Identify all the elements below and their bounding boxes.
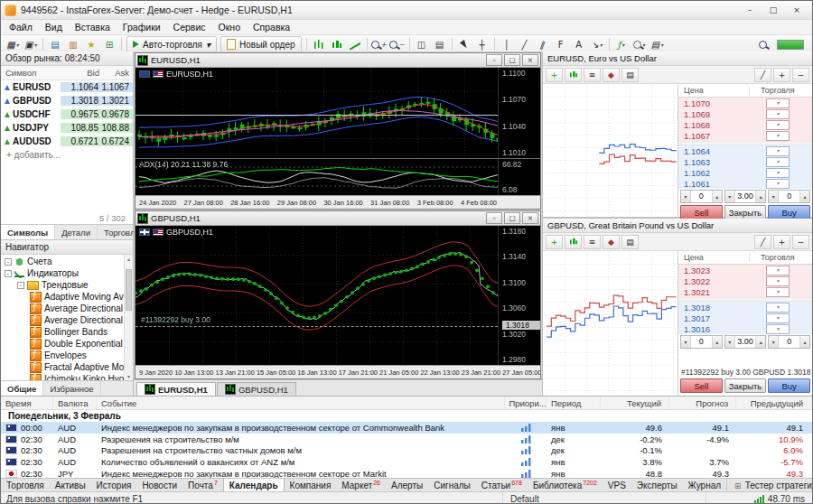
eurusd-time-axis[interactable]: 24 Jan 202027 Jan 08:0028 Jan 16:0029 Ja… [136,195,540,209]
new-order-icon[interactable]: + [546,235,563,249]
toolbox-tab[interactable]: История [91,479,137,492]
eurusd-adx-pane[interactable]: ADX(14) 20.21 11.38 9.76 66.826.08 [136,159,540,195]
status-profile[interactable]: Default [502,492,706,504]
menu-item[interactable]: Графики [117,22,167,33]
toolbox-tab[interactable]: VPS [603,479,631,492]
gbpusd-window-titlebar[interactable]: GBPUSD,H1 – □ × [136,211,540,226]
toolbox-tab[interactable]: Журнал [683,479,727,492]
column-currency[interactable]: Валюта [53,397,97,409]
chart-mode-icon[interactable] [565,235,582,249]
trade-dropdown[interactable]: ▾ [743,324,812,334]
volume-stepper[interactable]: ▾ 3.00 ▴ [724,335,767,349]
fibonacci-tool-icon[interactable]: F [552,37,570,51]
column-previous[interactable]: Предыдущий [736,397,812,409]
trade-dropdown[interactable]: ▾ [743,168,812,178]
column-priority[interactable]: Приори... [505,397,547,409]
crosshair-tool-icon[interactable]: ┼ [473,37,491,51]
new-order-button[interactable]: Новый ордер [220,36,302,52]
navigator-tree-item[interactable]: - Fractal Adaptive Mo [1,361,133,373]
trade-dropdown[interactable]: ▾ [743,120,812,130]
close-chart-button[interactable]: × [522,54,538,66]
ask-price-row[interactable]: 1.1068 ▾ [678,119,812,130]
market-watch-tab[interactable]: Детали [55,225,98,239]
navigator-scrollbar[interactable]: ▴ ▾ [124,255,133,380]
navigator-tree-item[interactable]: - Double Exponential [1,338,133,350]
stepper-down-icon[interactable]: ▾ [725,191,735,202]
navigator-header[interactable]: Навигатор [1,240,133,255]
calendar-row[interactable]: 02:30 AUD Разрешения на строительство м/… [1,434,812,445]
toolbox-tab[interactable]: Библиотека 7202 [528,479,603,492]
column-period[interactable]: Период [547,397,601,409]
navigator-toggle-icon[interactable]: ★ [82,37,100,51]
calendar-row[interactable]: 02:30 AUD Разрешения на строительство ча… [1,445,812,457]
position-line[interactable] [136,326,502,327]
new-chart-button[interactable]: ▦▾ [4,37,22,51]
gbpusd-price-scale[interactable]: 1.31801.31401.31001.30601.30201.2980 [498,226,540,365]
toolbox-toggle-icon[interactable]: ⊞ [100,37,118,51]
maximize-button[interactable]: □ [762,4,785,17]
navigator-tab[interactable]: Избранное [43,381,100,396]
column-ask[interactable]: Ask [99,68,133,78]
stepper-up-icon[interactable]: ▴ [712,336,722,348]
toolbox-tab[interactable]: Календарь [223,479,285,492]
market-watch-column-header[interactable]: Символ Bid Ask [1,66,133,80]
navigator-tree-item[interactable]: - Счета [1,256,133,267]
bid-price-row[interactable]: 1.3016 ▾ [678,323,812,334]
ask-price-row[interactable]: 1.1069 ▾ [678,108,812,119]
gbpusd-time-axis[interactable]: 9 Jan 202010 Jan 13:0013 Jan 21:0015 Jan… [136,365,540,378]
panel-zoom-out-icon[interactable]: − [792,68,809,82]
market-watch-row[interactable]: GBPUSD 1.3018 1.3021 [1,94,133,107]
toolbox-tab[interactable]: Сигналы [428,479,476,492]
chart-tab[interactable]: EURUSD,H1 [136,382,216,396]
bar-chart-mode-icon[interactable] [310,37,328,51]
close-position-button[interactable]: Закрыть [724,205,767,219]
trade-dropdown[interactable]: ▾ [743,313,812,323]
column-actual[interactable]: Текущий [601,397,669,409]
ask-price-row[interactable]: 1.3023 ▾ [678,265,812,275]
navigator-tree-item[interactable]: - Envelopes [1,350,133,361]
close-button[interactable]: × [785,4,808,17]
menu-item[interactable]: Файл [3,22,39,33]
navigator-tree-item[interactable]: - Average Directional [1,314,133,326]
trade-dropdown[interactable]: ▾ [743,287,812,297]
line-mode-icon[interactable]: ╱ [754,68,771,82]
new-order-icon[interactable]: + [546,68,563,82]
trade-dropdown[interactable]: ▾ [743,276,812,286]
buy-button[interactable]: Buy [768,205,810,219]
toolbox-tab[interactable]: Алерты [386,479,428,492]
autotrade-button[interactable]: Авто-торговля ▾ [126,36,217,52]
close-position-button[interactable]: Закрыть [724,378,767,393]
volume-stepper[interactable]: ▾ 0 ▴ [768,190,810,203]
depth-of-market-icon[interactable]: ≡ [584,68,601,82]
trendline-tool-icon[interactable]: ╱ [516,37,534,51]
navigator-tab[interactable]: Общие [1,381,43,396]
strategy-tester-tab[interactable]: ⊞ Тестер стратегий [726,479,812,492]
eurusd-main-pane[interactable]: EURUSD,H1 1.11001.10701.10401.1010 [136,68,540,159]
vertical-line-tool-icon[interactable]: │ [498,37,516,51]
ask-price-row[interactable]: 1.1070 ▾ [678,98,812,108]
chart-tab[interactable]: GBPUSD,H1 [217,382,296,396]
volume-stepper[interactable]: ▾ 3.00 ▴ [724,190,767,203]
zoom-in-icon[interactable]: + [370,37,388,51]
trade-dropdown[interactable]: ▾ [743,146,812,156]
depth-of-market-icon[interactable]: ≡ [584,235,601,249]
timeframes-menu-icon[interactable]: ▾ [631,37,649,51]
column-forecast[interactable]: Прогноз [669,397,736,409]
minimize-button[interactable]: – [738,4,762,17]
alert-icon[interactable]: ◆ [603,68,620,82]
gbpusd-depth-header[interactable]: GBPUSD, Great Britain Pound vs US Dollar [543,219,812,233]
bid-price-row[interactable]: 1.3018 ▾ [678,302,812,313]
eurusd-window-titlebar[interactable]: EURUSD,H1 – □ × [136,53,540,68]
stepper-up-icon[interactable]: ▴ [799,336,809,348]
market-watch-row[interactable]: USDJPY 108.85 108.88 [1,121,133,135]
expander-icon[interactable]: - [5,270,12,277]
eurusd-depth-header[interactable]: EURUSD, Euro vs US Dollar [543,51,812,66]
one-click-icon[interactable]: ▤ [621,235,639,249]
alert-icon[interactable]: ◆ [603,235,620,249]
column-time[interactable]: Время [1,397,53,409]
stepper-up-icon[interactable]: ▴ [712,191,722,202]
toolbox-tab[interactable]: Маркет 26 [336,479,386,492]
bid-price-row[interactable]: 1.1063 ▾ [678,156,812,167]
panel-zoom-out-icon[interactable]: − [792,235,809,249]
market-watch-header[interactable]: Обзор рынка: 08:24:50 [1,51,133,66]
